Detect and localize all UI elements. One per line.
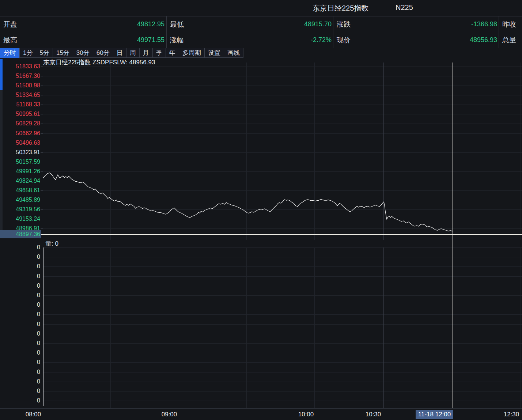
- volume-readout: 量: 0: [45, 239, 58, 248]
- time-axis-label: 10:30: [366, 411, 381, 418]
- crosshair-time-label: 11-18 12:00: [416, 410, 453, 419]
- price-line-plot[interactable]: [0, 0, 522, 420]
- volume-readout-label: 量:: [45, 240, 53, 247]
- time-axis-label: 09:00: [162, 411, 177, 418]
- time-axis: 11-18 12:00 08:0009:0010:0010:3012:30: [0, 408, 522, 420]
- crosshair-price-label: 48897.36: [0, 230, 41, 238]
- price-line: [43, 173, 453, 231]
- volume-readout-value: 0: [55, 240, 58, 247]
- crosshair-horizontal-line[interactable]: [41, 234, 522, 235]
- time-axis-label: 10:00: [298, 411, 314, 418]
- time-axis-label: 08:00: [26, 411, 41, 418]
- crosshair-vertical-line[interactable]: [453, 63, 453, 408]
- time-axis-label: 12:30: [504, 411, 519, 418]
